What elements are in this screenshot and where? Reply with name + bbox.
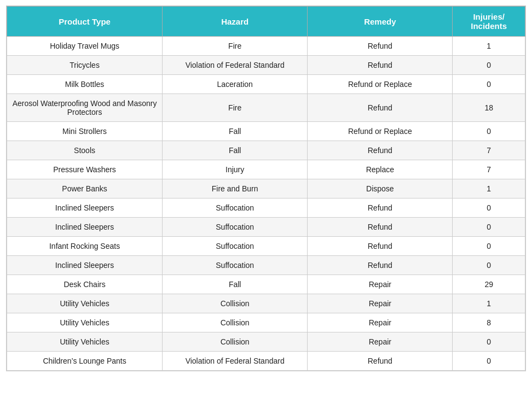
header-injuries: Injuries/ Incidents xyxy=(453,7,525,37)
header-remedy: Remedy xyxy=(308,7,453,37)
table-row: Utility VehiclesCollisionRepair1 xyxy=(7,294,525,313)
cell-injuries: 0 xyxy=(453,332,525,352)
cell-injuries: 7 xyxy=(453,141,525,160)
table-row: Children’s Lounge PantsViolation of Fede… xyxy=(7,352,525,371)
cell-product: Tricycles xyxy=(7,56,163,75)
table-row: Aerosol Waterproofing Wood and Masonry P… xyxy=(7,94,525,122)
cell-hazard: Violation of Federal Standard xyxy=(163,56,308,75)
cell-remedy: Repair xyxy=(308,313,453,332)
cell-product: Aerosol Waterproofing Wood and Masonry P… xyxy=(7,94,163,122)
table-row: Milk BottlesLacerationRefund or Replace0 xyxy=(7,75,525,94)
table-row: Inclined SleepersSuffocationRefund0 xyxy=(7,218,525,237)
cell-remedy: Refund or Replace xyxy=(308,122,453,141)
cell-injuries: 0 xyxy=(453,75,525,94)
cell-remedy: Refund xyxy=(308,94,453,122)
cell-injuries: 1 xyxy=(453,294,525,313)
cell-injuries: 1 xyxy=(453,179,525,198)
cell-product: Inclined Sleepers xyxy=(7,256,163,275)
cell-product: Utility Vehicles xyxy=(7,332,163,352)
cell-remedy: Replace xyxy=(308,160,453,179)
table-row: Inclined SleepersSuffocationRefund0 xyxy=(7,256,525,275)
table-row: Holiday Travel MugsFireRefund1 xyxy=(7,37,525,56)
cell-remedy: Repair xyxy=(308,294,453,313)
cell-remedy: Repair xyxy=(308,275,453,294)
table-row: StoolsFallRefund7 xyxy=(7,141,525,160)
cell-product: Mini Strollers xyxy=(7,122,163,141)
table-row: Infant Rocking SeatsSuffocationRefund0 xyxy=(7,237,525,256)
cell-hazard: Fall xyxy=(163,122,308,141)
cell-hazard: Fire and Burn xyxy=(163,179,308,198)
cell-hazard: Collision xyxy=(163,313,308,332)
cell-remedy: Refund xyxy=(308,256,453,275)
cell-product: Inclined Sleepers xyxy=(7,218,163,237)
table-row: TricyclesViolation of Federal StandardRe… xyxy=(7,56,525,75)
cell-product: Desk Chairs xyxy=(7,275,163,294)
table-row: Utility VehiclesCollisionRepair0 xyxy=(7,332,525,352)
cell-hazard: Collision xyxy=(163,332,308,352)
cell-hazard: Fire xyxy=(163,37,308,56)
cell-remedy: Repair xyxy=(308,332,453,352)
cell-injuries: 0 xyxy=(453,256,525,275)
cell-remedy: Refund xyxy=(308,237,453,256)
cell-hazard: Fall xyxy=(163,275,308,294)
table-header-row: Product Type Hazard Remedy Injuries/ Inc… xyxy=(7,7,525,37)
cell-remedy: Refund xyxy=(308,56,453,75)
cell-injuries: 0 xyxy=(453,218,525,237)
cell-hazard: Suffocation xyxy=(163,198,308,218)
cell-injuries: 0 xyxy=(453,122,525,141)
cell-injuries: 0 xyxy=(453,56,525,75)
cell-remedy: Refund xyxy=(308,37,453,56)
cell-hazard: Suffocation xyxy=(163,237,308,256)
table-row: Pressure WashersInjuryReplace7 xyxy=(7,160,525,179)
cell-product: Infant Rocking Seats xyxy=(7,237,163,256)
cell-product: Stools xyxy=(7,141,163,160)
cell-injuries: 7 xyxy=(453,160,525,179)
cell-product: Utility Vehicles xyxy=(7,313,163,332)
cell-remedy: Refund xyxy=(308,218,453,237)
cell-remedy: Refund xyxy=(308,141,453,160)
cell-product: Children’s Lounge Pants xyxy=(7,352,163,371)
cell-remedy: Refund xyxy=(308,352,453,371)
table-row: Desk ChairsFallRepair29 xyxy=(7,275,525,294)
table-row: Inclined SleepersSuffocationRefund0 xyxy=(7,198,525,218)
cell-product: Utility Vehicles xyxy=(7,294,163,313)
cell-hazard: Violation of Federal Standard xyxy=(163,352,308,371)
table-row: Utility VehiclesCollisionRepair8 xyxy=(7,313,525,332)
header-product-type: Product Type xyxy=(7,7,163,37)
cell-hazard: Laceration xyxy=(163,75,308,94)
cell-injuries: 29 xyxy=(453,275,525,294)
cell-hazard: Fire xyxy=(163,94,308,122)
cell-product: Holiday Travel Mugs xyxy=(7,37,163,56)
cell-product: Pressure Washers xyxy=(7,160,163,179)
cell-remedy: Dispose xyxy=(308,179,453,198)
header-hazard: Hazard xyxy=(163,7,308,37)
cell-hazard: Injury xyxy=(163,160,308,179)
cell-remedy: Refund xyxy=(308,198,453,218)
product-recall-table: Product Type Hazard Remedy Injuries/ Inc… xyxy=(7,6,525,371)
cell-injuries: 0 xyxy=(453,237,525,256)
cell-hazard: Fall xyxy=(163,141,308,160)
cell-remedy: Refund or Replace xyxy=(308,75,453,94)
cell-injuries: 8 xyxy=(453,313,525,332)
cell-hazard: Collision xyxy=(163,294,308,313)
cell-injuries: 1 xyxy=(453,37,525,56)
cell-hazard: Suffocation xyxy=(163,218,308,237)
cell-product: Inclined Sleepers xyxy=(7,198,163,218)
cell-injuries: 0 xyxy=(453,198,525,218)
cell-product: Power Banks xyxy=(7,179,163,198)
cell-injuries: 18 xyxy=(453,94,525,122)
cell-hazard: Suffocation xyxy=(163,256,308,275)
table-row: Mini StrollersFallRefund or Replace0 xyxy=(7,122,525,141)
cell-product: Milk Bottles xyxy=(7,75,163,94)
table-body: Holiday Travel MugsFireRefund1TricyclesV… xyxy=(7,37,525,371)
main-table-container: Product Type Hazard Remedy Injuries/ Inc… xyxy=(6,5,526,371)
table-row: Power BanksFire and BurnDispose1 xyxy=(7,179,525,198)
cell-injuries: 0 xyxy=(453,352,525,371)
